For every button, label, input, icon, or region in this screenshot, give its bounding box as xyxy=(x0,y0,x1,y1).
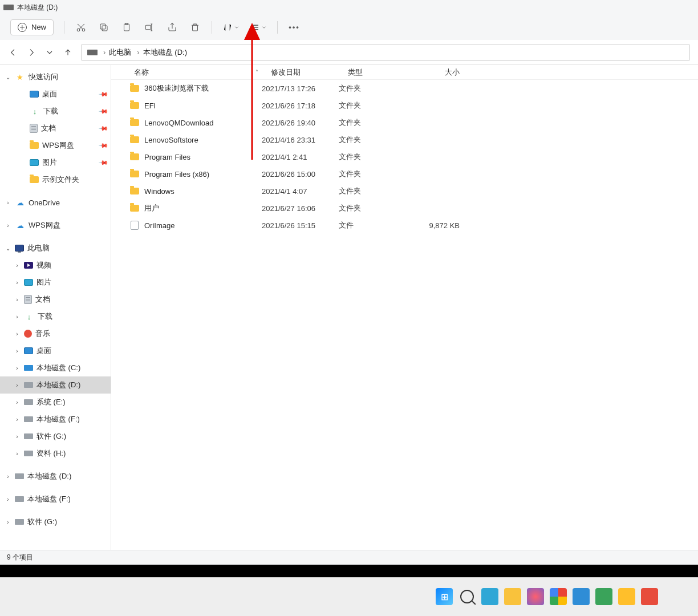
paste-button[interactable] xyxy=(120,21,133,34)
chevron-right-icon: › xyxy=(137,48,139,56)
sort-button[interactable] xyxy=(222,22,240,33)
taskbar-app-button[interactable] xyxy=(573,588,590,605)
file-row[interactable]: 用户2021/6/27 16:06文件夹 xyxy=(111,200,698,217)
more-button[interactable]: ••• xyxy=(288,21,301,34)
taskbar-app-button[interactable] xyxy=(618,588,635,605)
sidebar-item-pc[interactable]: ›桌面 xyxy=(0,342,111,359)
sidebar-item-drive[interactable]: ›软件 (G:) xyxy=(0,513,111,530)
pic-icon xyxy=(30,159,39,166)
new-button[interactable]: New xyxy=(10,19,54,35)
disk-icon xyxy=(24,433,33,439)
file-row[interactable]: OriImage2021/6/26 15:15文件9,872 KB xyxy=(111,217,698,234)
sidebar-item-pc[interactable]: ›软件 (G:) xyxy=(0,428,111,445)
address-bar[interactable]: › 此电脑 › 本地磁盘 (D:) xyxy=(81,44,690,61)
sidebar-item-label: OneDrive xyxy=(29,198,107,207)
breadcrumb-current[interactable]: › 本地磁盘 (D:) xyxy=(137,47,187,58)
delete-button[interactable] xyxy=(189,21,201,34)
start-button[interactable]: ⊞ xyxy=(436,588,453,605)
taskbar-taskview-button[interactable] xyxy=(481,588,498,605)
command-bar: New ••• xyxy=(0,15,698,40)
up-button[interactable] xyxy=(63,47,73,58)
new-button-label: New xyxy=(31,23,46,31)
sort-icon xyxy=(222,22,233,33)
sidebar-item-label: 系统 (E:) xyxy=(36,397,107,407)
sidebar-item-quick[interactable]: 桌面📌 xyxy=(0,86,111,103)
sidebar-item-label: 资料 (H:) xyxy=(36,448,107,459)
back-button[interactable] xyxy=(8,47,18,58)
taskbar[interactable]: ⊞ xyxy=(0,577,698,616)
sidebar-item-quick[interactable]: WPS网盘📌 xyxy=(0,137,111,154)
sidebar-item-quick[interactable]: 图片📌 xyxy=(0,154,111,171)
sidebar-item-pc[interactable]: ›视频 xyxy=(0,257,111,274)
file-type: 文件夹 xyxy=(339,203,403,213)
sidebar-item-pc[interactable]: ›↓下载 xyxy=(0,308,111,325)
forward-button[interactable] xyxy=(26,47,36,58)
chevron-down-icon: ⌄ xyxy=(5,74,11,80)
view-button[interactable] xyxy=(250,22,267,33)
column-header-size[interactable]: 大小 xyxy=(407,67,464,78)
file-row[interactable]: LenovoSoftstore2021/4/16 23:31文件夹 xyxy=(111,131,698,148)
copy-button[interactable] xyxy=(98,21,110,34)
sidebar-item-quick[interactable]: 文档📌 xyxy=(0,120,111,137)
disk-icon xyxy=(24,382,33,388)
trash-icon xyxy=(190,22,200,33)
sidebar-item-pc[interactable]: ›系统 (E:) xyxy=(0,394,111,411)
sidebar-item-quick[interactable]: 示例文件夹 xyxy=(0,171,111,188)
column-label: 名称 xyxy=(134,67,149,78)
share-button[interactable] xyxy=(166,21,178,34)
desktop-icon xyxy=(24,347,33,354)
disksys-icon xyxy=(24,365,33,371)
taskbar-app-button[interactable] xyxy=(527,588,544,605)
sidebar-item-pc[interactable]: ›本地磁盘 (D:) xyxy=(0,376,111,394)
disk-icon xyxy=(24,451,33,456)
file-row[interactable]: EFI2021/6/26 17:18文件夹 xyxy=(111,97,698,114)
file-name: EFI xyxy=(144,102,156,110)
sidebar-item-this-pc[interactable]: ⌄ 此电脑 xyxy=(0,240,111,257)
cloud-icon: ☁ xyxy=(15,197,25,208)
pin-icon: 📌 xyxy=(98,106,108,116)
column-header-type[interactable]: 类型 xyxy=(343,67,407,78)
file-row[interactable]: Program Files2021/4/1 2:41文件夹 xyxy=(111,148,698,165)
chevron-right-icon: › xyxy=(5,473,11,480)
taskbar-explorer-button[interactable] xyxy=(504,588,521,605)
sidebar-item-wps[interactable]: › ☁ WPS网盘 xyxy=(0,217,111,234)
sidebar-item-quick[interactable]: ↓下载📌 xyxy=(0,103,111,120)
file-row[interactable]: LenovoQMDownload2021/6/26 19:40文件夹 xyxy=(111,114,698,131)
chevron-down-icon: ⌄ xyxy=(5,245,11,252)
sidebar-item-pc[interactable]: ›本地磁盘 (F:) xyxy=(0,411,111,428)
sidebar-item-pc[interactable]: ›本地磁盘 (C:) xyxy=(0,359,111,376)
file-modified: 2021/6/26 19:40 xyxy=(262,119,339,127)
chevron-right-icon: › xyxy=(14,416,21,423)
file-row[interactable]: Program Files (x86)2021/6/26 15:00文件夹 xyxy=(111,165,698,183)
breadcrumb-root[interactable]: › 此电脑 xyxy=(103,47,131,58)
disk-icon xyxy=(87,50,98,55)
file-row[interactable]: 360极速浏览器下载2021/7/13 17:26文件夹 xyxy=(111,80,698,97)
file-name: 用户 xyxy=(144,203,159,213)
file-row[interactable]: Windows2021/4/1 4:07文件夹 xyxy=(111,183,698,200)
recent-button[interactable] xyxy=(44,47,55,58)
sidebar-item-onedrive[interactable]: › ☁ OneDrive xyxy=(0,194,111,211)
sidebar-item-pc[interactable]: ›文档 xyxy=(0,291,111,308)
sidebar-item-pc[interactable]: ›资料 (H:) xyxy=(0,445,111,462)
taskbar-wechat-button[interactable] xyxy=(595,588,612,605)
sidebar-tree[interactable]: ⌄ ★ 快速访问 桌面📌↓下载📌文档📌WPS网盘📌图片📌示例文件夹 › ☁ On… xyxy=(0,65,111,550)
folder-icon xyxy=(130,102,139,109)
file-type: 文件夹 xyxy=(339,83,403,94)
taskbar-search-button[interactable] xyxy=(458,588,476,605)
taskbar-app-button[interactable] xyxy=(641,588,658,605)
sidebar-item-pc[interactable]: ›图片 xyxy=(0,274,111,291)
sidebar-item-pc[interactable]: ›音乐 xyxy=(0,325,111,342)
column-header-name[interactable]: 名称 ˄ xyxy=(129,67,266,78)
sidebar-item-drive[interactable]: ›本地磁盘 (F:) xyxy=(0,491,111,508)
file-type: 文件夹 xyxy=(339,169,403,179)
rename-button[interactable] xyxy=(143,21,156,34)
taskbar-chrome-button[interactable] xyxy=(550,588,567,605)
column-headers[interactable]: 名称 ˄ 修改日期 类型 大小 xyxy=(111,65,698,80)
file-name: Windows xyxy=(144,187,174,196)
sidebar-item-quick-access[interactable]: ⌄ ★ 快速访问 xyxy=(0,68,111,86)
download-icon: ↓ xyxy=(30,106,40,116)
svg-rect-2 xyxy=(102,26,107,31)
sidebar-item-drive[interactable]: ›本地磁盘 (D:) xyxy=(0,468,111,485)
cut-button[interactable] xyxy=(75,21,87,34)
column-header-modified[interactable]: 修改日期 xyxy=(266,67,343,78)
